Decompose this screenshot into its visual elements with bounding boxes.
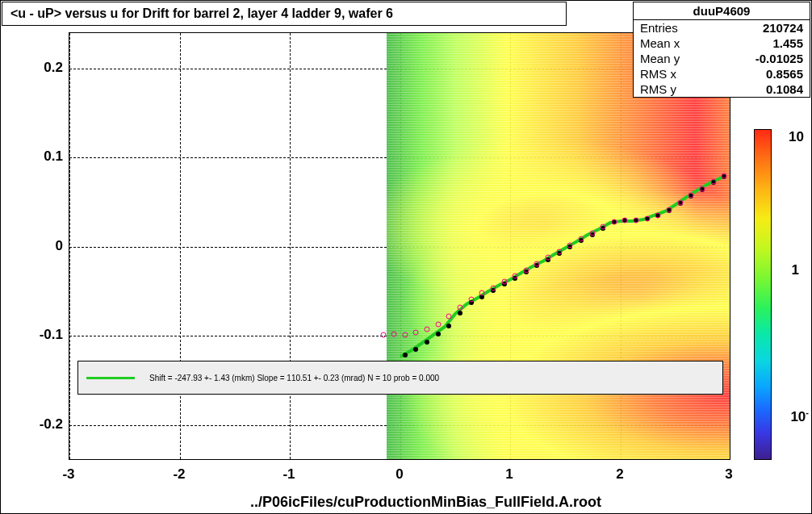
data-point [479,290,485,296]
x-tick: 2 [616,466,623,483]
data-point [634,218,639,224]
plot-area [69,32,730,460]
data-point [402,332,408,338]
data-point [589,230,595,236]
y-tick: -0.1 [15,327,63,343]
data-point [689,193,694,198]
data-point [644,215,650,221]
z-tick: 1 [792,262,799,278]
data-point [546,255,551,261]
colorbar [754,129,772,460]
stats-name: duuP4609 [634,2,810,20]
grid-v [180,33,181,459]
data-point [436,332,441,336]
y-tick: 0.2 [15,60,63,76]
data-point [403,353,408,357]
y-tick: 0.1 [15,148,63,165]
data-point [699,186,705,191]
stats-row: RMS y0.1084 [634,81,810,97]
data-point [622,218,628,224]
fit-line-sample [86,377,135,379]
x-tick: -1 [283,466,295,483]
data-point [578,236,584,242]
x-tick: 3 [725,466,732,483]
data-point [413,347,418,352]
data-point [534,261,540,267]
data-point [655,212,661,218]
data-point [446,324,451,328]
x-tick: -3 [62,466,74,483]
data-point [458,311,463,316]
plot-title-box: <u - uP> versus u for Drift for barrel 2… [2,2,567,26]
data-point [490,285,496,290]
fit-legend-box: Shift = -247.93 +- 1.43 (mkm) Slope = 11… [77,361,723,395]
stats-row: Entries210724 [634,20,810,36]
data-point [611,219,617,225]
x-tick: 0 [396,466,403,483]
stats-row: Mean x1.455 [634,36,810,51]
y-tick: 0 [15,238,63,254]
data-point [556,249,562,254]
y-tick: -0.2 [15,416,63,433]
data-point [567,242,573,248]
data-point [523,267,529,273]
x-tick: -2 [173,466,185,483]
data-point [391,331,397,336]
z-tick: 10- [790,407,809,425]
z-tick: 10 [789,129,804,145]
data-point [667,207,672,212]
data-point [446,313,452,319]
data-point [677,200,683,206]
data-point [468,297,474,303]
data-point [425,327,430,332]
grid-v [69,33,70,459]
data-point [722,173,727,179]
data-point [601,224,606,229]
plot-title: <u - uP> versus u for Drift for barrel 2… [10,6,393,21]
data-point [380,332,386,338]
data-point [513,274,518,279]
stats-row: RMS x0.8565 [634,66,810,81]
x-tick: 1 [505,466,513,483]
file-path-label: ../P06icFiles/cuProductionMinBias_FullFi… [250,494,601,511]
stats-row: Mean y-0.01025 [634,51,810,66]
data-point [413,329,419,335]
data-point [435,321,441,327]
fit-legend-text: Shift = -247.93 +- 1.43 (mkm) Slope = 11… [149,374,439,382]
data-point [457,304,463,310]
data-point [710,178,716,184]
data-point [501,279,507,285]
grid-v [290,33,291,459]
data-point [425,340,429,345]
stats-box: duuP4609 Entries210724 Mean x1.455 Mean … [633,2,810,98]
